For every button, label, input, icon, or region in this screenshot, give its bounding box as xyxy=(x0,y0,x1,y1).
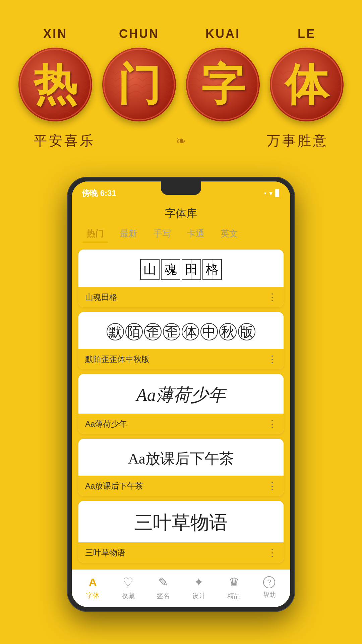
nav-label-signature: 签名 xyxy=(157,591,170,600)
status-bar: 傍晚 6:31 ▪ ▾ ▊ xyxy=(72,181,290,202)
tab-english[interactable]: 英文 xyxy=(213,224,246,243)
char-ti: 体 xyxy=(285,63,328,106)
tab-cartoon-label: 卡通 xyxy=(187,228,204,238)
app-header: 字体库 xyxy=(72,202,290,224)
pinyin-xin: XIN xyxy=(22,27,89,41)
blessing-right: 万事胜意 xyxy=(267,131,328,150)
nav-icon-premium: ♛ xyxy=(229,575,239,589)
nav-item-signature[interactable]: ✎ 签名 xyxy=(157,575,170,600)
char-circle-re: 热 xyxy=(18,48,92,121)
nav-label-design: 设计 xyxy=(192,591,205,600)
nav-icon-design: ✦ xyxy=(194,575,204,589)
font-card-2[interactable]: 默陌歪歪体中秋版 默陌歪歪体中秋版 ⋮ xyxy=(78,312,284,369)
font-preview-1: 山 魂 田 格 xyxy=(78,250,284,287)
nav-icon-signature: ✎ xyxy=(158,575,168,589)
font-card-3[interactable]: Aa薄荷少年 Aa薄荷少年 ⋮ xyxy=(78,374,284,434)
bottom-nav: A 字体 ♡ 收藏 ✎ 签名 ✦ 设计 ♛ 精品 xyxy=(72,570,290,607)
font-name-5: 三叶草物语 xyxy=(85,547,125,558)
char-zi: 字 xyxy=(201,63,245,106)
font-grid: 山 魂 田 格 xyxy=(140,259,222,280)
pinyin-chun: CHUN xyxy=(106,27,173,41)
font-preview-text-5: 三叶草物语 xyxy=(134,510,228,536)
more-btn-2[interactable]: ⋮ xyxy=(267,354,277,365)
lotus-icon: ❧ xyxy=(176,134,186,148)
nav-item-fonts[interactable]: A 字体 xyxy=(86,576,100,600)
battery-icon: ▪ xyxy=(264,190,266,197)
tab-handwriting[interactable]: 手写 xyxy=(145,224,179,243)
tab-cartoon[interactable]: 卡通 xyxy=(179,224,213,243)
font-name-row-5: 三叶草物语 ⋮ xyxy=(78,542,284,563)
font-name-row-1: 山魂田格 ⋮ xyxy=(78,287,284,307)
nav-icon-favorites: ♡ xyxy=(123,575,133,589)
font-preview-5: 三叶草物语 xyxy=(78,501,284,542)
font-preview-text-4: Aa放课后下午茶 xyxy=(128,449,234,469)
font-name-3: Aa薄荷少年 xyxy=(85,419,127,429)
font-name-4: Aa放课后下午茶 xyxy=(85,481,143,491)
nav-label-premium: 精品 xyxy=(227,591,241,600)
font-preview-text-3: Aa薄荷少年 xyxy=(136,383,226,407)
char-re: 热 xyxy=(34,63,77,106)
phone-wrapper: 傍晚 6:31 ▪ ▾ ▊ 字体库 热门 最新 xyxy=(0,177,362,632)
nav-label-favorites: 收藏 xyxy=(121,591,135,600)
nav-item-favorites[interactable]: ♡ 收藏 xyxy=(121,575,135,600)
tab-hot[interactable]: 热门 xyxy=(78,224,112,243)
more-btn-5[interactable]: ⋮ xyxy=(267,547,277,558)
status-time: 傍晚 6:31 xyxy=(82,188,116,199)
nav-icon-fonts: A xyxy=(88,576,97,589)
blessing-left: 平安喜乐 xyxy=(34,131,95,150)
tab-handwriting-label: 手写 xyxy=(154,228,171,238)
nav-item-help[interactable]: ? 帮助 xyxy=(262,576,276,599)
tab-latest-label: 最新 xyxy=(120,228,137,238)
tab-bar[interactable]: 热门 最新 手写 卡通 英文 xyxy=(72,224,290,246)
pinyin-le: LE xyxy=(273,27,340,41)
font-card-1[interactable]: 山 魂 田 格 山魂田格 ⋮ xyxy=(78,250,284,307)
font-card-4[interactable]: Aa放课后下午茶 Aa放课后下午茶 ⋮ xyxy=(78,439,284,496)
app-title: 字体库 xyxy=(165,207,197,219)
camera-notch xyxy=(161,181,201,195)
blessings-row: 平安喜乐 ❧ 万事胜意 xyxy=(13,131,349,150)
font-list: 山 魂 田 格 山魂田格 ⋮ 默陌歪歪体中秋 xyxy=(72,246,290,570)
nav-item-design[interactable]: ✦ 设计 xyxy=(192,575,205,600)
grid-char-3: 田 xyxy=(182,259,201,280)
grid-char-1: 山 xyxy=(140,259,160,280)
phone-screen: 傍晚 6:31 ▪ ▾ ▊ 字体库 热门 最新 xyxy=(72,181,290,607)
nav-label-fonts: 字体 xyxy=(86,591,100,600)
signal-icon: ▊ xyxy=(275,189,280,197)
grid-char-2: 魂 xyxy=(161,259,180,280)
font-name-1: 山魂田格 xyxy=(85,292,117,303)
font-preview-text-2: 默陌歪歪体中秋版 xyxy=(106,322,256,341)
font-name-row-4: Aa放课后下午茶 ⋮ xyxy=(78,476,284,496)
char-men: 门 xyxy=(117,63,161,106)
pinyin-labels-row: XIN CHUN KUAI LE xyxy=(13,27,349,41)
char-circle-zi: 字 xyxy=(186,48,260,121)
grid-char-4: 格 xyxy=(202,259,222,280)
font-name-2: 默陌歪歪体中秋版 xyxy=(85,354,149,365)
tab-english-label: 英文 xyxy=(221,228,238,238)
pinyin-kuai: KUAI xyxy=(189,27,256,41)
top-section: XIN CHUN KUAI LE xyxy=(0,0,362,163)
font-preview-3: Aa薄荷少年 xyxy=(78,374,284,414)
circles-row: 热 xyxy=(13,48,349,121)
wifi-icon: ▾ xyxy=(269,189,273,197)
font-name-row-2: 默陌歪歪体中秋版 ⋮ xyxy=(78,349,284,369)
nav-label-help: 帮助 xyxy=(262,590,276,599)
tab-hot-label: 热门 xyxy=(86,228,104,238)
tab-latest[interactable]: 最新 xyxy=(112,224,145,243)
status-icons: ▪ ▾ ▊ xyxy=(264,189,280,197)
more-btn-3[interactable]: ⋮ xyxy=(267,418,277,429)
font-preview-4: Aa放课后下午茶 xyxy=(78,439,284,476)
char-circle-men: 门 xyxy=(102,48,176,121)
nav-icon-help: ? xyxy=(263,576,275,588)
font-preview-2: 默陌歪歪体中秋版 xyxy=(78,312,284,349)
more-btn-1[interactable]: ⋮ xyxy=(267,291,277,303)
font-name-row-3: Aa薄荷少年 ⋮ xyxy=(78,414,284,434)
char-circle-ti: 体 xyxy=(270,48,344,121)
nav-item-premium[interactable]: ♛ 精品 xyxy=(227,575,241,600)
font-card-5[interactable]: 三叶草物语 三叶草物语 ⋮ xyxy=(78,501,284,563)
more-btn-4[interactable]: ⋮ xyxy=(267,480,277,491)
phone-frame: 傍晚 6:31 ▪ ▾ ▊ 字体库 热门 最新 xyxy=(67,177,295,612)
